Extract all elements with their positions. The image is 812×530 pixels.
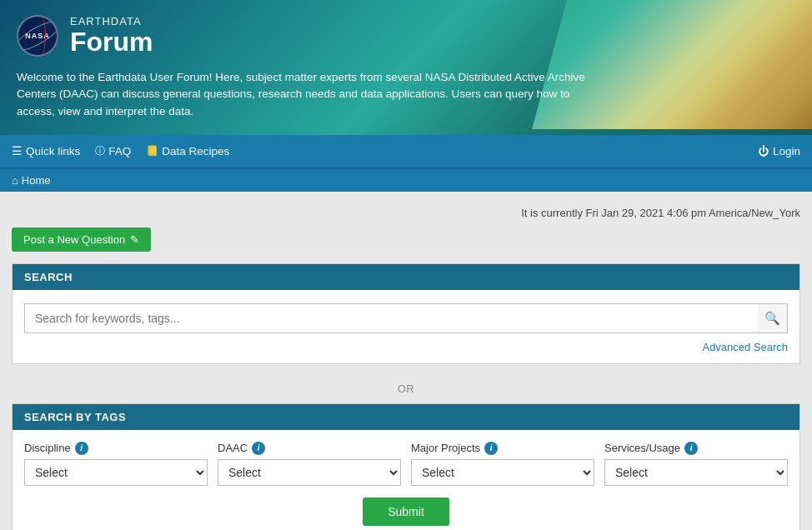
header-content: NASA EARTHDATA Forum — [0, 0, 812, 69]
breadcrumb-bar: ⌂ Home — [0, 168, 812, 192]
tags-body: Discipline i Select DAAC i Select — [13, 430, 799, 530]
menu-icon: ☰ — [12, 144, 23, 158]
search-input-wrap: 🔍 — [24, 303, 788, 333]
faq-label: FAQ — [108, 145, 131, 158]
main-content: It is currently Fri Jan 29, 2021 4:06 pm… — [0, 192, 812, 530]
navbar: ☰ Quick links ⓘ FAQ 📒 Data Recipes ⏻ Log… — [0, 135, 812, 168]
power-icon: ⏻ — [758, 145, 769, 158]
daac-select[interactable]: Select — [218, 459, 401, 486]
datetime-display: It is currently Fri Jan 29, 2021 4:06 pm… — [12, 202, 800, 228]
search-section: SEARCH 🔍 Advanced Search — [12, 263, 800, 364]
breadcrumb: ⌂ Home — [12, 174, 800, 187]
major-projects-field: Major Projects i Select — [411, 442, 594, 486]
discipline-info-icon[interactable]: i — [75, 442, 88, 455]
tags-section: SEARCH BY TAGS Discipline i Select DAA — [12, 403, 800, 530]
login-label: Login — [773, 145, 800, 158]
major-projects-label: Major Projects — [411, 442, 480, 454]
advanced-search-link[interactable]: Advanced Search — [702, 341, 788, 353]
daac-info-icon[interactable]: i — [252, 442, 265, 455]
submit-button[interactable]: Submit — [363, 498, 449, 526]
navbar-left: ☰ Quick links ⓘ FAQ 📒 Data Recipes — [12, 144, 229, 158]
earthdata-label: EARTHDATA — [70, 15, 153, 28]
pencil-icon: ✎ — [130, 233, 139, 246]
discipline-select[interactable]: Select — [24, 459, 208, 486]
services-usage-label-row: Services/Usage i — [604, 442, 788, 455]
search-submit-button[interactable]: 🔍 — [758, 303, 788, 333]
discipline-field: Discipline i Select — [24, 442, 208, 486]
tags-row: Discipline i Select DAAC i Select — [24, 442, 788, 486]
tags-section-header: SEARCH BY TAGS — [13, 404, 799, 430]
daac-label: DAAC — [218, 442, 248, 454]
login-link[interactable]: ⏻ Login — [758, 145, 800, 158]
or-divider: OR — [12, 374, 800, 403]
post-new-question-button[interactable]: Post a New Question ✎ — [12, 228, 151, 252]
faq-link[interactable]: ⓘ FAQ — [95, 144, 131, 158]
forum-label: Forum — [70, 28, 153, 57]
quick-links-menu[interactable]: ☰ Quick links — [12, 144, 80, 158]
book-icon: 📒 — [146, 145, 158, 157]
site-title-block: EARTHDATA Forum — [70, 15, 153, 57]
nasa-logo: NASA — [17, 15, 58, 57]
major-projects-info-icon[interactable]: i — [484, 442, 498, 455]
header-description: Welcome to the Earthdata User Forum! Her… — [0, 69, 625, 135]
daac-field: DAAC i Select — [218, 442, 401, 486]
services-usage-label: Services/Usage — [604, 442, 680, 454]
search-section-header: SEARCH — [13, 264, 799, 290]
submit-label: Submit — [388, 505, 424, 518]
question-icon: ⓘ — [95, 144, 105, 158]
daac-label-row: DAAC i — [218, 442, 401, 455]
data-recipes-link[interactable]: 📒 Data Recipes — [146, 145, 229, 158]
post-question-label: Post a New Question — [23, 233, 125, 246]
major-projects-label-row: Major Projects i — [411, 442, 594, 455]
breadcrumb-home-link[interactable]: Home — [22, 174, 51, 187]
services-usage-field: Services/Usage i Select — [604, 442, 788, 486]
data-recipes-label: Data Recipes — [162, 145, 229, 158]
discipline-label: Discipline — [24, 442, 71, 454]
search-input[interactable] — [24, 303, 788, 333]
search-body: 🔍 Advanced Search — [13, 290, 799, 363]
nasa-logo-text: NASA — [25, 32, 50, 41]
services-usage-info-icon[interactable]: i — [684, 442, 698, 455]
site-header: NASA EARTHDATA Forum Welcome to the Eart… — [0, 0, 812, 135]
services-usage-select[interactable]: Select — [604, 459, 788, 486]
discipline-label-row: Discipline i — [24, 442, 208, 455]
search-icon: 🔍 — [764, 311, 780, 326]
quick-links-label: Quick links — [26, 145, 80, 158]
submit-row: Submit — [24, 498, 788, 526]
home-icon: ⌂ — [12, 174, 18, 187]
major-projects-select[interactable]: Select — [411, 459, 594, 486]
